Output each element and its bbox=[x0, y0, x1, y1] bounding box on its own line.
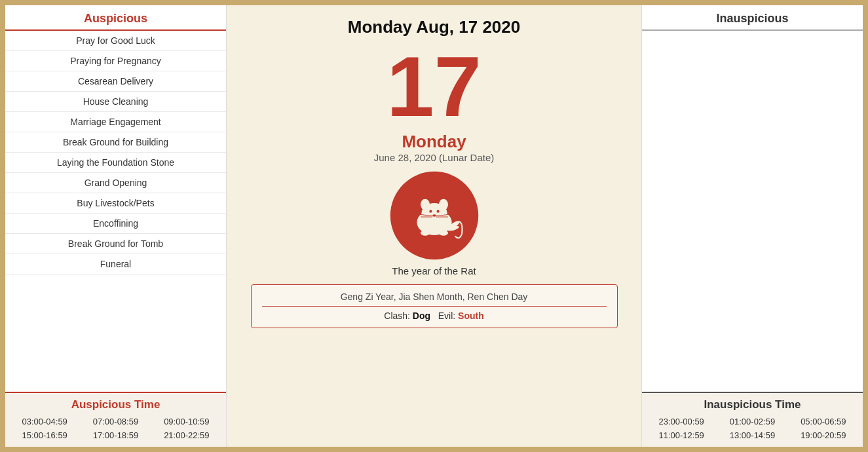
auspicious-time-cell: 07:00-08:59 bbox=[81, 415, 149, 428]
auspicious-list-item: Grand Opening bbox=[5, 173, 226, 193]
auspicious-time-header: Auspicious Time bbox=[5, 393, 226, 415]
info-box: Geng Zi Year, Jia Shen Month, Ren Chen D… bbox=[251, 284, 618, 328]
clash-line: Clash: Dog Evil: South bbox=[262, 311, 607, 321]
inauspicious-header: Inauspicious bbox=[642, 5, 863, 31]
auspicious-list-item: House Cleaning bbox=[5, 92, 226, 112]
clash-animal: Dog bbox=[413, 311, 430, 321]
auspicious-list-item: Cesarean Delivery bbox=[5, 71, 226, 92]
right-panel: Inauspicious Inauspicious Time 23:00-00:… bbox=[641, 5, 863, 447]
clash-label: Clash: bbox=[384, 311, 410, 321]
auspicious-time-cell: 03:00-04:59 bbox=[10, 415, 79, 428]
lunar-date-main: June 28, 2020 bbox=[374, 152, 436, 163]
auspicious-time-cell: 09:00-10:59 bbox=[153, 415, 221, 428]
lunar-date-paren: (Lunar Date) bbox=[439, 152, 494, 163]
zodiac-rat-image bbox=[388, 170, 480, 261]
day-of-week: Monday bbox=[402, 132, 466, 152]
auspicious-list-item: Pray for Good Luck bbox=[5, 31, 226, 51]
inauspicious-time-header: Inauspicious Time bbox=[642, 393, 863, 415]
main-date-title: Monday Aug, 17 2020 bbox=[348, 17, 520, 37]
auspicious-list-item: Buy Livestock/Pets bbox=[5, 193, 226, 214]
big-day-number: 17 bbox=[387, 44, 481, 129]
auspicious-list-item: Marriage Engagement bbox=[5, 112, 226, 132]
auspicious-time-cell: 21:00-22:59 bbox=[153, 429, 221, 442]
svg-point-4 bbox=[439, 199, 448, 210]
svg-point-6 bbox=[436, 210, 439, 213]
inauspicious-time-grid: 23:00-00:5901:00-02:5905:00-06:5911:00-1… bbox=[642, 415, 863, 442]
svg-point-12 bbox=[421, 230, 430, 235]
auspicious-list-item: Encoffining bbox=[5, 214, 226, 234]
auspicious-list-item: Break Ground for Tomb bbox=[5, 234, 226, 254]
auspicious-time-cell: 15:00-16:59 bbox=[10, 429, 79, 442]
lunar-date: June 28, 2020 (Lunar Date) bbox=[374, 152, 494, 163]
geng-zi-text: Geng Zi Year, Jia Shen Month, Ren Chen D… bbox=[262, 292, 607, 302]
inauspicious-time-cell: 23:00-00:59 bbox=[647, 415, 715, 428]
auspicious-list-item: Funeral bbox=[5, 254, 226, 274]
svg-point-7 bbox=[432, 214, 436, 217]
svg-point-13 bbox=[439, 230, 448, 235]
inauspicious-time-cell: 05:00-06:59 bbox=[789, 415, 858, 428]
inauspicious-time-cell: 19:00-20:59 bbox=[789, 429, 858, 442]
inauspicious-time-cell: 01:00-02:59 bbox=[718, 415, 786, 428]
svg-point-3 bbox=[421, 199, 430, 210]
evil-label: Evil: bbox=[438, 311, 455, 321]
left-panel: Auspicious Pray for Good LuckPraying for… bbox=[5, 5, 227, 447]
info-divider bbox=[262, 306, 607, 307]
auspicious-time-cell: 17:00-18:59 bbox=[81, 429, 149, 442]
inauspicious-section: Inauspicious bbox=[642, 5, 863, 392]
auspicious-time-section: Auspicious Time 03:00-04:5907:00-08:5909… bbox=[5, 392, 226, 447]
auspicious-time-grid: 03:00-04:5907:00-08:5909:00-10:5915:00-1… bbox=[5, 415, 226, 442]
svg-point-5 bbox=[429, 210, 432, 213]
auspicious-list: Pray for Good LuckPraying for PregnancyC… bbox=[5, 31, 226, 274]
auspicious-list-item: Break Ground for Building bbox=[5, 132, 226, 153]
auspicious-section: Auspicious Pray for Good LuckPraying for… bbox=[5, 5, 226, 392]
auspicious-list-item: Praying for Pregnancy bbox=[5, 51, 226, 71]
auspicious-header: Auspicious bbox=[5, 5, 226, 31]
center-panel: Monday Aug, 17 2020 17 Monday June 28, 2… bbox=[227, 5, 641, 447]
zodiac-label: The year of the Rat bbox=[392, 265, 476, 276]
inauspicious-time-section: Inauspicious Time 23:00-00:5901:00-02:59… bbox=[642, 392, 863, 447]
auspicious-list-item: Laying the Foundation Stone bbox=[5, 153, 226, 173]
inauspicious-time-cell: 13:00-14:59 bbox=[718, 429, 786, 442]
evil-direction: South bbox=[458, 311, 484, 321]
inauspicious-time-cell: 11:00-12:59 bbox=[647, 429, 715, 442]
